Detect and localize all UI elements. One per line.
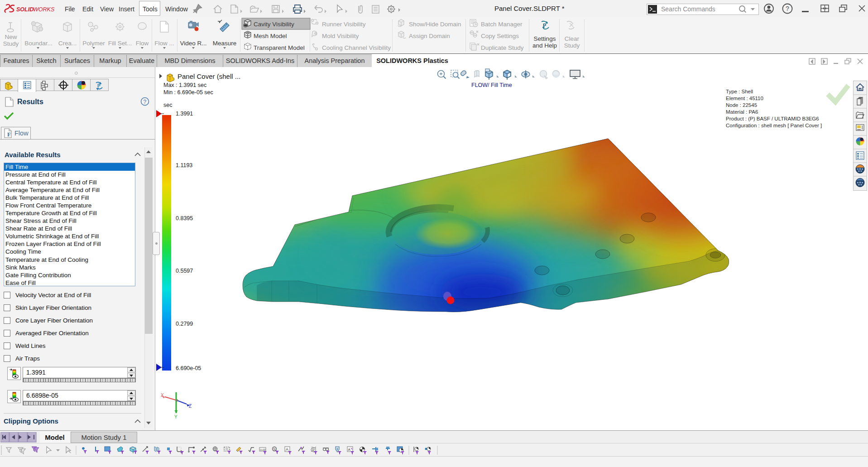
svg-text:FLOW/ Fill Time: FLOW/ Fill Time (471, 82, 512, 88)
svg-text:Y: Y (174, 414, 177, 419)
svg-text:Node : 22545: Node : 22545 (726, 102, 757, 108)
svg-text:0.8395: 0.8395 (176, 215, 193, 221)
svg-text:P: P (97, 83, 101, 88)
svg-text:1.1193: 1.1193 (176, 162, 192, 169)
svg-text:0.2799: 0.2799 (176, 321, 193, 327)
svg-text:?: ? (144, 99, 147, 105)
svg-text:Min : 6.690e-05 sec: Min : 6.690e-05 sec (163, 89, 213, 96)
svg-text:Z: Z (189, 404, 192, 409)
svg-text:A: A (286, 447, 288, 452)
svg-text:Type : Shell: Type : Shell (726, 89, 753, 94)
svg-text:X: X (161, 393, 164, 398)
svg-text:P: P (543, 23, 546, 28)
svg-text:Panel Cover (shell ...: Panel Cover (shell ... (177, 72, 240, 80)
svg-text:Material : PA6: Material : PA6 (726, 109, 758, 115)
svg-text:?: ? (786, 5, 789, 12)
svg-text:Product : (P) BASF / ULTRAM: Product : (P) BASF / ULTRAMID B3EG6 (726, 116, 819, 121)
svg-text:F: F (7, 131, 11, 138)
svg-text:A: A (348, 448, 351, 452)
svg-text:SOLID: SOLID (16, 6, 34, 13)
svg-text:0.03: 0.03 (260, 448, 266, 451)
svg-text:Configuration : shell mesh [ P: Configuration : shell mesh [ Panel Cover… (726, 123, 822, 128)
svg-text:N: N (273, 448, 276, 451)
svg-text:6.690e-05: 6.690e-05 (176, 365, 201, 371)
svg-text:Max : 1.3991 sec: Max : 1.3991 sec (163, 82, 206, 88)
svg-text:1.3991: 1.3991 (176, 111, 193, 117)
svg-text:0.5597: 0.5597 (176, 268, 193, 274)
svg-text:WORKS: WORKS (33, 6, 55, 13)
svg-text:sec: sec (163, 102, 172, 108)
svg-text:Element : 45110: Element : 45110 (726, 96, 763, 101)
